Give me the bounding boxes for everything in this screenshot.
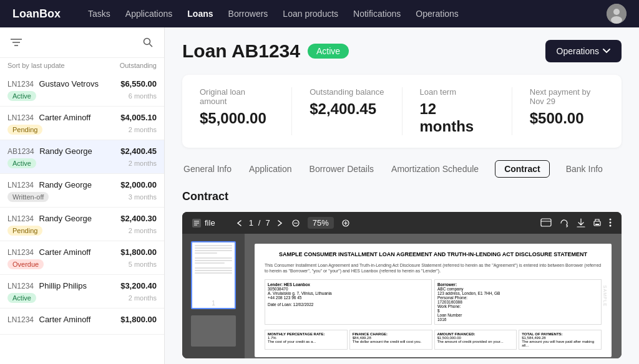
- loan-status-badge: Active: [7, 293, 36, 303]
- nav-tasks[interactable]: Tasks: [88, 9, 110, 19]
- svg-point-1: [613, 9, 620, 15]
- tab-general-info[interactable]: General Info: [182, 160, 233, 178]
- loan-list-item[interactable]: LN1234 Carter Aminoff $1,800.00 Overdue …: [0, 241, 164, 275]
- sidebar: Sort by last update Outstanding LN1234 G…: [0, 27, 165, 364]
- operations-button[interactable]: Operations: [545, 40, 622, 62]
- loan-list-item[interactable]: LN1234 Randy George $2,400.30 Pending 2 …: [0, 208, 164, 241]
- loan-list: LN1234 Gustavo Vetrovs $6,550.00 Active …: [0, 73, 164, 364]
- lender-phone: +44 208 123 96 45: [268, 295, 429, 300]
- nav-operations[interactable]: Operations: [416, 9, 458, 19]
- zoom-out-icon[interactable]: [291, 219, 300, 228]
- borrower-name: ABC company: [437, 287, 598, 291]
- tab-application[interactable]: Application: [248, 160, 293, 178]
- loan-id: AB1234: [7, 147, 34, 156]
- loan-time: 3 months: [129, 193, 157, 201]
- loan-status-badge: Overdue: [7, 259, 44, 269]
- loan-header: Loan AB1234 Active Operations: [182, 40, 622, 62]
- loan-amount: $2,400.45: [120, 146, 157, 156]
- loan-amount: $1,800.00: [120, 247, 157, 257]
- toolbar-actions: [540, 218, 612, 228]
- avatar[interactable]: [607, 4, 627, 24]
- filter-icon[interactable]: [7, 34, 25, 51]
- term-label: Loan term: [420, 87, 494, 97]
- expand-icon[interactable]: [540, 218, 552, 227]
- prev-page-icon[interactable]: [235, 219, 244, 228]
- svg-point-6: [144, 39, 150, 45]
- borrower-addr: 123 address, London, E1 7HH, GB: [437, 291, 598, 295]
- nav-notifications[interactable]: Notifications: [353, 9, 401, 19]
- print-icon[interactable]: [593, 218, 602, 228]
- sort-label: Sort by last update: [7, 62, 65, 69]
- main-content: Loan AB1234 Active Operations Original l…: [165, 27, 639, 364]
- loan-list-item[interactable]: LN1234 Phillip Philips $3,200.40 Active …: [0, 275, 164, 309]
- zoom-in-icon[interactable]: [341, 219, 350, 228]
- loan-list-item[interactable]: LN1234 Randy George $2,000.00 Written-of…: [0, 174, 164, 208]
- contract-page-sidebar: 1: [182, 234, 245, 358]
- loan-borrower-name: Carter Aminoff: [39, 113, 91, 122]
- nav-loans[interactable]: Loans: [187, 9, 213, 19]
- total-desc: The amount you will have paid after maki…: [522, 340, 598, 347]
- loan-status-badge: Written-off: [7, 192, 49, 202]
- lender-addr: A. Virulaiskio g. 7, Vilnius, Lithuania: [268, 291, 429, 295]
- loan-list-item[interactable]: LN1234 Carter Aminoff $4,005.10 Pending …: [0, 107, 164, 140]
- loan-time: 2 months: [129, 227, 157, 234]
- loan-time: 5 months: [129, 261, 157, 268]
- date-label: Date of Loan: 12/02/2022: [268, 302, 429, 307]
- nav-loan-products[interactable]: Loan products: [283, 9, 338, 19]
- main-layout: Sort by last update Outstanding LN1234 G…: [0, 27, 639, 364]
- tab-contract[interactable]: Contract: [495, 160, 550, 178]
- loan-status-badge: Pending: [7, 125, 42, 135]
- more-icon[interactable]: [609, 218, 612, 227]
- borrower-phone-label: Personal Phone:: [437, 295, 598, 300]
- loan-time: 2 months: [129, 126, 157, 133]
- navbar: LoanBox Tasks Applications Loans Borrowe…: [0, 0, 639, 27]
- tab-bank-info[interactable]: Bank Info: [565, 160, 604, 178]
- original-value: $5,000.00: [200, 110, 274, 127]
- loan-amount: $3,200.40: [120, 281, 157, 290]
- brand-logo[interactable]: LoanBox: [12, 7, 61, 21]
- file-label-group: file: [192, 218, 215, 228]
- loan-number: 1016: [437, 317, 598, 322]
- doc-intro: This Consumer Installment Loan Agreement…: [265, 262, 602, 275]
- tab-borrower-details[interactable]: Borrower Details: [308, 160, 375, 178]
- tabs: General InfoApplicationBorrower DetailsA…: [182, 160, 622, 178]
- monthly-desc: The cost of your credit as a...: [268, 340, 344, 343]
- next-page-icon[interactable]: [275, 219, 284, 228]
- nav-borrowers[interactable]: Borrowers: [228, 9, 268, 19]
- loan-borrower-name: Carter Aminoff: [39, 315, 91, 324]
- page-thumb-2[interactable]: [191, 315, 236, 347]
- loan-amount: $2,400.30: [120, 214, 157, 223]
- nav-links: Tasks Applications Loans Borrowers Loan …: [88, 9, 589, 19]
- work-phone: $: [437, 309, 598, 313]
- page-thumb-1[interactable]: 1: [191, 241, 236, 309]
- term-value: 12 months: [420, 100, 494, 135]
- loan-list-item[interactable]: AB1234 Randy George $2,400.45 Active 2 m…: [0, 140, 164, 174]
- lender-label: Lender: HES Loanbox: [268, 282, 429, 287]
- doc-title: SAMPLE CONSUMER INSTALLMENT LOAN AGREEME…: [265, 251, 602, 259]
- loan-list-item[interactable]: LN1234 Carter Aminoff $1,800.00: [0, 309, 164, 335]
- page-current: 1: [249, 218, 253, 228]
- next-payment-label: Next payment by Nov 29: [530, 87, 604, 106]
- nav-applications[interactable]: Applications: [125, 9, 173, 19]
- loan-list-item[interactable]: LN1234 Gustavo Vetrovs $6,550.00 Active …: [0, 73, 164, 107]
- loan-title-group: Loan AB1234 Active: [182, 41, 349, 62]
- contract-document: SAMPLE CONSUMER INSTALLMENT LOAN AGREEME…: [255, 244, 612, 357]
- search-icon[interactable]: [139, 34, 157, 51]
- card-original: Original loan amount $5,000.00: [182, 87, 292, 135]
- loan-borrower-name: Randy George: [39, 214, 92, 223]
- rotate-icon[interactable]: [559, 218, 569, 228]
- svg-rect-17: [541, 219, 551, 226]
- card-term: Loan term 12 months: [402, 87, 512, 135]
- svg-point-21: [610, 218, 612, 220]
- card-outstanding: Outstanding balance $2,400.45: [292, 87, 402, 135]
- loan-amount: $4,005.10: [120, 113, 157, 122]
- loan-amount: $6,550.00: [120, 79, 157, 89]
- svg-point-2: [611, 16, 622, 24]
- sidebar-col-headers: Sort by last update Outstanding: [0, 58, 164, 73]
- download-icon[interactable]: [577, 218, 585, 228]
- loan-id: LN1234: [7, 80, 34, 89]
- file-label: file: [205, 218, 215, 228]
- loan-id: LN1234: [7, 181, 34, 189]
- tab-amortization-schedule[interactable]: Amortization Schedule: [390, 160, 480, 178]
- loan-status-badge: [7, 327, 17, 329]
